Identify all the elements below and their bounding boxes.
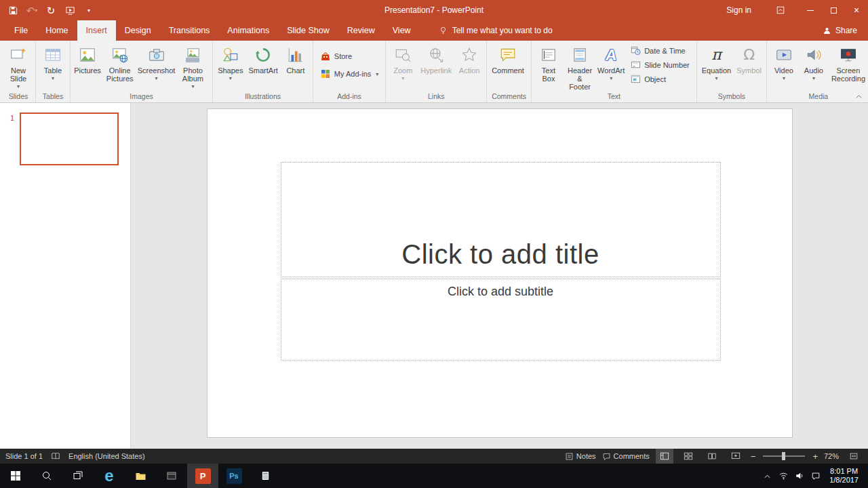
audio-button[interactable]: Audio ▾ <box>799 41 829 92</box>
ribbon-group-addins: Store My Add-ins ▾ Add-ins <box>313 41 386 102</box>
text-box-label: Text Box <box>536 66 561 83</box>
wordart-button[interactable]: A WordArt ▾ <box>596 41 626 92</box>
slide-show-view-button[interactable] <box>727 449 745 464</box>
subtitle-placeholder[interactable]: Click to add subtitle <box>281 279 721 361</box>
equation-button[interactable]: π Equation ▾ <box>699 41 734 92</box>
screenshot-button[interactable]: Screenshot ▾ <box>137 41 175 92</box>
ribbon-display-options-icon <box>776 5 785 15</box>
sign-in-link[interactable]: Sign in <box>726 5 751 15</box>
ribbon-tab-bar: File Home Insert Design Transitions Anim… <box>0 20 868 41</box>
photo-album-button[interactable]: Photo Album ▾ <box>176 41 210 92</box>
minimize-button[interactable] <box>799 0 822 20</box>
comment-label: Comment <box>492 66 524 75</box>
share-button[interactable]: Share <box>823 26 857 35</box>
network-tray-icon[interactable] <box>775 464 791 488</box>
volume-tray-icon[interactable] <box>791 464 808 488</box>
ribbon-group-images: Pictures Online Pictures Screenshot ▾ P <box>71 41 213 102</box>
ribbon-display-options-button[interactable] <box>772 1 789 19</box>
normal-view-button[interactable] <box>656 449 673 464</box>
hyperlink-button[interactable]: Hyperlink <box>418 41 454 92</box>
start-from-beginning-button[interactable] <box>61 1 79 19</box>
title-placeholder[interactable]: Click to add title <box>281 162 721 277</box>
action-button[interactable]: Action <box>454 41 484 92</box>
video-button[interactable]: Video ▾ <box>769 41 799 92</box>
zoom-in-button[interactable]: + <box>812 451 818 462</box>
zoom-button[interactable]: Zoom ▾ <box>388 41 418 92</box>
zoom-level[interactable]: 72% <box>824 452 839 460</box>
save-button[interactable] <box>4 1 22 19</box>
online-pictures-button[interactable]: Online Pictures <box>102 41 137 92</box>
pictures-button[interactable]: Pictures <box>73 41 102 92</box>
tab-transitions[interactable]: Transitions <box>160 20 219 41</box>
tell-me-label: Tell me what you want to do <box>452 26 553 35</box>
reading-view-button[interactable] <box>703 449 721 464</box>
header-footer-button[interactable]: Header & Footer <box>564 41 596 92</box>
ribbon-group-media: Video ▾ Audio ▾ Screen Recording Media <box>767 41 868 102</box>
zoom-out-button[interactable]: − <box>751 451 756 462</box>
notes-toggle[interactable]: Notes <box>565 452 596 461</box>
reading-view-icon <box>707 451 717 461</box>
task-view-button[interactable] <box>62 464 94 488</box>
tab-file[interactable]: File <box>5 20 37 41</box>
slide-thumbnail-panel: 1 <box>0 103 131 449</box>
comment-button[interactable]: Comment <box>489 41 527 92</box>
dropdown-icon: ▾ <box>610 75 612 81</box>
taskbar-clock[interactable]: 8:01 PM 1/8/2017 <box>824 467 864 485</box>
tab-view[interactable]: View <box>384 20 420 41</box>
new-slide-button[interactable]: New Slide ▾ <box>3 41 33 92</box>
proofing-button[interactable] <box>51 451 60 461</box>
app-window-icon[interactable] <box>156 464 187 488</box>
powerpoint-taskbar-icon[interactable]: P <box>187 464 218 488</box>
maximize-icon <box>831 7 837 14</box>
save-icon <box>8 5 18 16</box>
language-indicator[interactable]: English (United States) <box>68 452 145 460</box>
tab-insert[interactable]: Insert <box>77 20 116 41</box>
chart-button[interactable]: Chart <box>281 41 311 92</box>
slide-number-button[interactable]: Slide Number <box>627 58 693 72</box>
smartart-button[interactable]: SmartArt <box>245 41 280 92</box>
slide-canvas[interactable]: Click to add title Click to add subtitle <box>207 108 793 438</box>
my-addins-button[interactable]: My Add-ins ▾ <box>317 66 382 81</box>
tab-design[interactable]: Design <box>116 20 160 41</box>
file-explorer-icon[interactable] <box>125 464 156 488</box>
action-center-button[interactable] <box>808 464 824 488</box>
customize-qat-button[interactable]: ▾ <box>80 1 98 19</box>
zoom-slider[interactable] <box>763 455 805 457</box>
comments-toggle[interactable]: Comments <box>602 452 650 461</box>
collapse-ribbon-button[interactable] <box>855 94 863 100</box>
share-label: Share <box>835 26 857 35</box>
calculator-taskbar-icon[interactable] <box>250 464 281 488</box>
tab-animations[interactable]: Animations <box>218 20 278 41</box>
slide-thumbnail[interactable] <box>20 113 119 165</box>
date-time-button[interactable]: Date & Time <box>627 43 693 58</box>
object-button[interactable]: Object <box>627 72 693 86</box>
screen-recording-button[interactable]: Screen Recording <box>829 41 868 92</box>
store-button[interactable]: Store <box>317 49 382 64</box>
close-button[interactable]: × <box>845 0 868 20</box>
tab-home[interactable]: Home <box>37 20 77 41</box>
photoshop-taskbar-icon[interactable]: Ps <box>218 464 250 488</box>
fit-slide-to-window-button[interactable] <box>845 449 863 464</box>
photo-album-label: Photo Album <box>178 66 208 83</box>
table-button[interactable]: Table ▾ <box>38 41 68 92</box>
tab-slide-show[interactable]: Slide Show <box>278 20 338 41</box>
symbol-button[interactable]: Ω Symbol <box>734 41 764 92</box>
system-tray: 8:01 PM 1/8/2017 <box>759 464 868 488</box>
tell-me-box[interactable]: Tell me what you want to do <box>439 26 553 35</box>
chart-icon <box>287 45 304 65</box>
text-box-button[interactable]: Text Box <box>534 41 564 92</box>
start-button[interactable] <box>0 464 31 488</box>
show-hidden-icons-button[interactable] <box>759 464 775 488</box>
maximize-button[interactable] <box>822 0 845 20</box>
tab-review[interactable]: Review <box>338 20 384 41</box>
undo-button[interactable]: ↶▾ <box>23 1 41 19</box>
shapes-button[interactable]: Shapes ▾ <box>215 41 245 92</box>
proofing-icon <box>51 451 60 461</box>
audio-icon <box>805 45 823 65</box>
zoom-slider-thumb[interactable] <box>782 452 785 460</box>
slide-sorter-view-button[interactable] <box>679 449 697 464</box>
redo-button[interactable]: ↻ <box>42 1 60 19</box>
search-button[interactable] <box>31 464 62 488</box>
edge-taskbar-icon[interactable]: e <box>94 464 125 488</box>
fit-to-window-icon <box>849 451 859 461</box>
